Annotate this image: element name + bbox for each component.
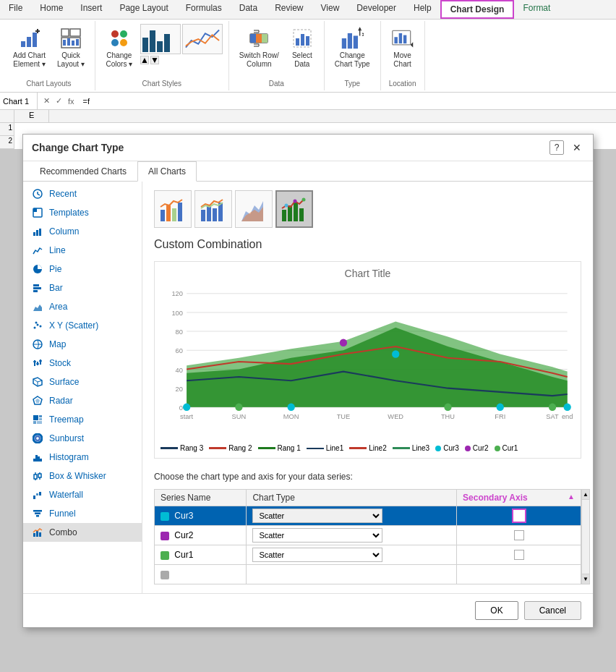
change-chart-type-dialog: Change Chart Type ? ✕ Recommended Charts…: [22, 134, 594, 149]
dialog-help-button[interactable]: ?: [549, 140, 564, 149]
dialog-titlebar: Change Chart Type ? ✕: [23, 135, 593, 149]
dialog-overlay: Change Chart Type ? ✕ Recommended Charts…: [0, 0, 616, 149]
dialog-controls: ? ✕: [549, 140, 584, 149]
dialog-close-button[interactable]: ✕: [570, 140, 584, 149]
dialog-title: Change Chart Type: [32, 142, 124, 149]
